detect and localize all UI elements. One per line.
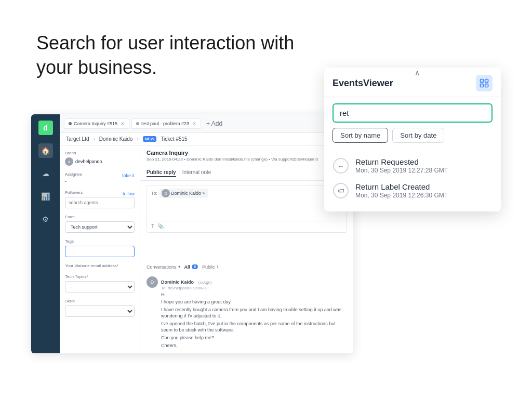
event-item-return-requested: ← Return Requested Mon, 30 Sep 2019 12:2…: [332, 153, 493, 178]
skills-section: Skills: [65, 299, 135, 317]
convo-tabs-row: Conversations ▾ All 8 Public 1: [140, 262, 353, 272]
ticket-tab-camera[interactable]: Camera Inquiry #515 ✕: [64, 118, 129, 129]
chevron-icon: ▾: [178, 264, 180, 269]
skills-select[interactable]: [65, 305, 135, 317]
headline-line2: your business.: [36, 57, 157, 78]
ticket-header-info: Camera Inquiry Sep 21, 2019 04:23 • Domi…: [140, 145, 353, 166]
ticket-breadcrumb: Target Ltd › Dominic Kaido › NEW Ticket …: [60, 133, 353, 145]
tab-camera-close[interactable]: ✕: [121, 121, 125, 126]
compose-to: To: D Dominic Kaido ✎: [151, 189, 342, 198]
events-panel: EventsViewer Sort by name Sort by date ←…: [324, 68, 501, 211]
events-panel-icon: [476, 75, 493, 91]
msg-line2: I have recently bought a camera from you…: [161, 307, 347, 320]
breadcrumb-user: Dominic Kaido: [99, 136, 132, 142]
event-return-requested-time: Mon, 30 Sep 2019 12:27:28 GMT: [355, 167, 493, 174]
ticket-new-badge: NEW: [143, 136, 157, 142]
compose-to-label: To:: [151, 191, 157, 196]
followers-follow-link[interactable]: follow: [123, 191, 135, 196]
msg-avatar: D: [147, 276, 158, 288]
add-tab-button[interactable]: + Add: [203, 119, 225, 128]
ticket-right-panel: Camera Inquiry Sep 21, 2019 04:23 • Domi…: [140, 145, 353, 353]
tech-topics-label: Tech Topics*: [65, 274, 135, 279]
recipient-name: Dominic Kaido: [171, 191, 201, 196]
search-agents-input[interactable]: [65, 197, 135, 208]
message-list: D Dominic Kaido (xxxgn) To: devhelpando …: [140, 272, 353, 354]
convo-tab-public[interactable]: Public 1: [202, 264, 219, 270]
msg-line1: I hope you are having a great day.: [161, 299, 347, 305]
msg-greeting: Hi,: [161, 291, 347, 298]
msg-line3: I've opened the hatch, I've put in the c…: [161, 321, 347, 334]
tech-topics-section: Tech Topics* -: [65, 274, 135, 292]
ticket-tabs-bar: Camera Inquiry #515 ✕ test paul - proble…: [60, 114, 353, 133]
ticket-screenshot: d 🏠 ☁ 📊 ⚙ Camera Inquiry #515 ✕ test pau…: [31, 114, 353, 353]
ticket-main: Camera Inquiry #515 ✕ test paul - proble…: [60, 114, 353, 353]
msg-sender-tag: (xxxgn): [198, 280, 211, 285]
event-return-requested-name: Return Requested: [355, 157, 493, 166]
event-return-label-details: Return Label Created Mon, 30 Sep 2019 12…: [355, 182, 493, 199]
svg-rect-1: [485, 79, 488, 83]
events-panel-header: EventsViewer: [324, 68, 501, 97]
brand-label: Brand: [65, 151, 135, 155]
form-label: Form: [65, 215, 135, 219]
tab-dot: [69, 122, 72, 125]
attach-icon[interactable]: 📎: [157, 223, 164, 229]
message-item: D Dominic Kaido (xxxgn) To: devhelpando …: [147, 276, 347, 349]
format-text-icon[interactable]: T: [151, 223, 154, 229]
events-panel-title: EventsViewer: [332, 78, 393, 89]
form-section: Form Tech support: [65, 215, 135, 233]
chevron-up-icon[interactable]: ∧: [415, 69, 420, 77]
ticket-sidebar: d 🏠 ☁ 📊 ⚙: [31, 114, 60, 353]
headline-line1: Search for user interaction with: [36, 32, 294, 54]
message-compose: To: D Dominic Kaido ✎ T 📎: [147, 185, 347, 233]
ticket-tab-test[interactable]: test paul - problem #23 ✕: [131, 118, 201, 129]
convo-tab-conversations[interactable]: Conversations ▾: [147, 264, 180, 270]
assignee-section: Assignee take it -: [65, 172, 135, 184]
assignee-value: -: [65, 179, 135, 184]
sidebar-home-icon[interactable]: 🏠: [38, 143, 53, 158]
form-select[interactable]: Tech support: [65, 221, 135, 233]
event-return-label-name: Return Label Created: [355, 182, 493, 191]
compose-toolbar: T 📎: [151, 221, 342, 229]
events-sort-buttons: Sort by name Sort by date: [332, 128, 493, 143]
reply-tabs: Public reply Internal note: [140, 166, 353, 181]
reply-tab-public[interactable]: Public reply: [147, 169, 176, 177]
convo-tab-all[interactable]: All 8: [184, 264, 198, 270]
ticket-name: Camera Inquiry: [147, 150, 188, 156]
msg-sign: Cheers,: [161, 342, 347, 349]
svg-rect-3: [485, 84, 488, 87]
events-search-input[interactable]: [332, 103, 493, 123]
sort-by-name-button[interactable]: Sort by name: [332, 128, 388, 143]
brand-value: devhelpando: [75, 159, 102, 164]
assignee-take-link[interactable]: take it: [122, 173, 135, 178]
event-icon-return-label: 🏷: [332, 182, 349, 199]
headline: Search for user interaction with your bu…: [36, 31, 294, 80]
return-label-icon: 🏷: [333, 183, 349, 198]
event-return-requested-details: Return Requested Mon, 30 Sep 2019 12:27:…: [355, 157, 493, 174]
svg-rect-0: [481, 79, 484, 83]
reply-tab-internal[interactable]: Internal note: [182, 169, 211, 177]
sidebar-settings-icon[interactable]: ⚙: [38, 212, 53, 227]
followers-section: Followers follow: [65, 190, 135, 208]
all-count-badge: 8: [192, 264, 198, 269]
sidebar-cloud-icon[interactable]: ☁: [38, 166, 53, 181]
sort-by-date-button[interactable]: Sort by date: [392, 128, 444, 143]
tab-test-label: test paul - problem #23: [141, 121, 189, 126]
ticket-meta: Sep 21, 2019 04:23 • Dominic Kaido domin…: [147, 157, 347, 162]
tags-label: Tags: [65, 239, 135, 244]
event-icon-return-requested: ←: [332, 157, 349, 174]
brand-section: Brand d devhelpando: [65, 151, 135, 166]
brand-avatar: d: [65, 157, 73, 166]
sidebar-chart-icon[interactable]: 📊: [38, 189, 53, 204]
assignee-label: Assignee: [65, 172, 82, 177]
email-section: Your Viabone email address*: [65, 263, 135, 268]
skills-label: Skills: [65, 299, 135, 303]
msg-sender: Dominic Kaido: [161, 280, 194, 285]
tech-topics-select[interactable]: -: [65, 281, 135, 292]
ticket-left-panel: Brand d devhelpando Assignee take it -: [60, 145, 140, 353]
ticket-content: Brand d devhelpando Assignee take it -: [60, 145, 353, 353]
tags-input[interactable]: [65, 246, 135, 257]
breadcrumb-ticket: Ticket #515: [161, 136, 187, 142]
email-label: Your Viabone email address*: [65, 263, 135, 268]
msg-to-meta: To: devhelpando Show all: [161, 286, 347, 290]
tab-test-close[interactable]: ✕: [192, 121, 196, 126]
